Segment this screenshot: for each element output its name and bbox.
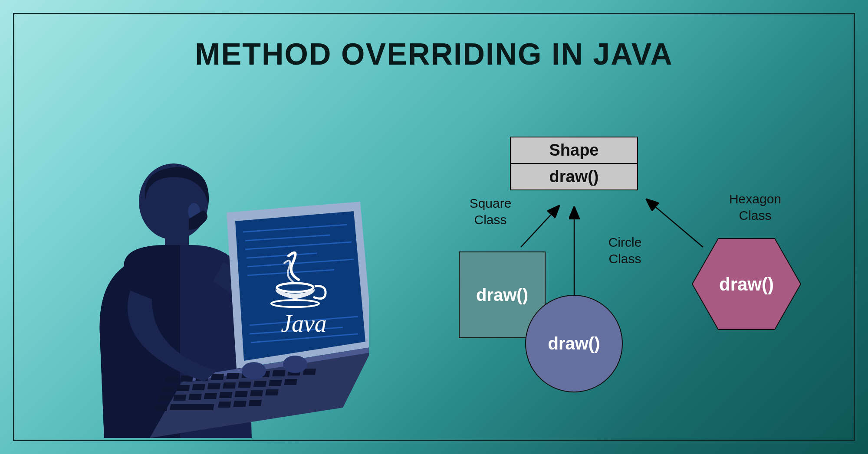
inheritance-arrows [0,0,868,454]
svg-line-50 [521,206,559,247]
svg-line-52 [647,199,703,247]
